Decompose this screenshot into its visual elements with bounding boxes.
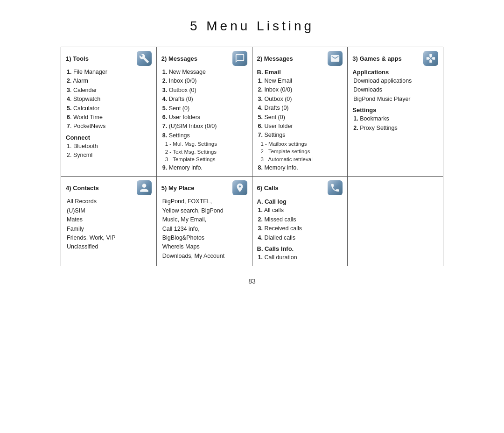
menu-grid: 1) Tools 1. File Manager 2. Alarm 3. Cal… bbox=[61, 47, 443, 266]
tools-item-5: 5. Calculator bbox=[66, 104, 152, 113]
applications-label: Applications bbox=[352, 69, 438, 76]
myplace-item-7: Downloads, My Account bbox=[161, 252, 247, 261]
tools-item-2: 2. Alarm bbox=[66, 77, 152, 85]
tools-item-7: 7. PocketNews bbox=[66, 122, 152, 131]
myplace-item-4: Call 1234 info, bbox=[161, 225, 247, 234]
msg-sub-1: 1 - Mul. Msg. Settings bbox=[161, 140, 247, 148]
email-item-2: 2. Inbox (0/0) bbox=[257, 85, 343, 94]
contacts-item-1: All Records bbox=[66, 197, 152, 206]
callsinfo-label: B. Calls Info. bbox=[257, 245, 343, 252]
app-item-1: Download applications bbox=[352, 77, 438, 85]
calls-icon bbox=[328, 180, 343, 195]
page-number: 83 bbox=[248, 277, 256, 285]
email-sub-3: 3 - Automatic retrieval bbox=[257, 156, 343, 163]
calllog-label: A. Call log bbox=[257, 198, 343, 205]
games-icon bbox=[423, 51, 438, 66]
messages-a-title: 2) Messages bbox=[161, 55, 197, 62]
myplace-icon bbox=[232, 180, 247, 195]
tools-item-4: 4. Stopwatch bbox=[66, 95, 152, 104]
cell-messages-a: 2) Messages 1. New Message 2. Inbox (0/0… bbox=[157, 47, 252, 176]
connect-label: Connect bbox=[66, 134, 152, 141]
contacts-icon bbox=[137, 180, 152, 195]
myplace-item-5: BigBlog&Photos bbox=[161, 234, 247, 242]
msg-item-8: 8. Settings bbox=[161, 131, 247, 140]
msg-sub-2: 2 - Text Msg. Settings bbox=[161, 148, 247, 156]
app-item-2: Downloads bbox=[352, 85, 438, 94]
calls-item-3: 3. Received calls bbox=[257, 224, 343, 233]
myplace-item-3: Music, My Email, bbox=[161, 215, 247, 224]
messages-b-icon bbox=[328, 51, 343, 66]
email-item-7: 7. Settings bbox=[257, 131, 343, 140]
contacts-item-4: Family bbox=[66, 225, 152, 234]
cell-games: 3) Games & apps Applications Download ap… bbox=[348, 47, 443, 176]
grid-row-2: 4) Contacts All Records (U)SIM Mates Fam… bbox=[61, 177, 443, 266]
calls-item-2: 2. Missed calls bbox=[257, 215, 343, 224]
calls-title: 6) Calls bbox=[257, 185, 279, 192]
app-item-3: BigPond Music Player bbox=[352, 95, 438, 104]
msg-item-3: 3. Outbox (0) bbox=[161, 86, 247, 95]
msg-item-9: 9. Memory info. bbox=[161, 163, 247, 172]
email-item-5: 5. Sent (0) bbox=[257, 113, 343, 122]
myplace-item-1: BigPond, FOXTEL, bbox=[161, 197, 247, 206]
cell-myplace: 5) My Place BigPond, FOXTEL, Yellow sear… bbox=[157, 177, 252, 266]
cell-tools: 1) Tools 1. File Manager 2. Alarm 3. Cal… bbox=[61, 47, 157, 176]
msg-item-1: 1. New Message bbox=[161, 68, 247, 77]
calls-item-1: 1. All calls bbox=[257, 206, 343, 215]
connect-item-1: 1. Bluetooth bbox=[66, 142, 152, 151]
myplace-title: 5) My Place bbox=[161, 185, 195, 192]
settings-item-1: 1. Bookmarks bbox=[352, 114, 438, 123]
contacts-item-3: Mates bbox=[66, 215, 152, 224]
email-sub-1: 1 - Mailbox settings bbox=[257, 140, 343, 148]
cell-empty bbox=[348, 177, 443, 266]
msg-item-2: 2. Inbox (0/0) bbox=[161, 77, 247, 85]
email-item-3: 3. Outbox (0) bbox=[257, 95, 343, 104]
cell-contacts: 4) Contacts All Records (U)SIM Mates Fam… bbox=[61, 177, 157, 266]
email-sub-2: 2 - Template settings bbox=[257, 148, 343, 156]
games-title: 3) Games & apps bbox=[352, 55, 402, 62]
tools-item-1: 1. File Manager bbox=[66, 68, 152, 77]
cell-calls: 6) Calls A. Call log 1. All calls 2. Mis… bbox=[252, 177, 348, 266]
tools-icon bbox=[137, 51, 152, 66]
email-item-8: 8. Memory info. bbox=[257, 163, 343, 172]
cell-messages-b: 2) Messages B. Email 1. New Email 2. Inb… bbox=[252, 47, 348, 176]
email-item-1: 1. New Email bbox=[257, 77, 343, 85]
contacts-item-6: Unclassified bbox=[66, 242, 152, 251]
msg-item-5: 5. Sent (0) bbox=[161, 104, 247, 113]
msg-item-4: 4. Drafts (0) bbox=[161, 95, 247, 104]
tools-item-3: 3. Calendar bbox=[66, 86, 152, 95]
contacts-item-2: (U)SIM bbox=[66, 206, 152, 215]
messages-a-icon bbox=[232, 51, 247, 66]
msg-sub-3: 3 - Template Settings bbox=[161, 156, 247, 163]
contacts-title: 4) Contacts bbox=[66, 185, 99, 192]
calls-item-4: 4. Dialled calls bbox=[257, 234, 343, 242]
email-item-6: 6. User folder bbox=[257, 122, 343, 131]
settings-item-2: 2. Proxy Settings bbox=[352, 124, 438, 133]
myplace-item-2: Yellow search, BigPond bbox=[161, 206, 247, 215]
settings-label: Settings bbox=[352, 106, 438, 114]
tools-item-6: 6. World Time bbox=[66, 113, 152, 122]
contacts-item-5: Friends, Work, VIP bbox=[66, 234, 152, 242]
email-label: B. Email bbox=[257, 69, 343, 76]
myplace-item-6: Whereis Maps bbox=[161, 242, 247, 251]
grid-row-1: 1) Tools 1. File Manager 2. Alarm 3. Cal… bbox=[61, 47, 443, 177]
connect-item-2: 2. SyncmI bbox=[66, 151, 152, 160]
calls-info-1: 1. Call duration bbox=[257, 253, 343, 262]
email-item-4: 4. Drafts (0) bbox=[257, 104, 343, 113]
msg-item-7: 7. (U)SIM Inbox (0/0) bbox=[161, 122, 247, 131]
tools-title: 1) Tools bbox=[66, 55, 89, 62]
page-title: 5 Menu Listing bbox=[190, 19, 314, 34]
messages-b-title: 2) Messages bbox=[257, 55, 293, 62]
msg-item-6: 6. User folders bbox=[161, 113, 247, 122]
